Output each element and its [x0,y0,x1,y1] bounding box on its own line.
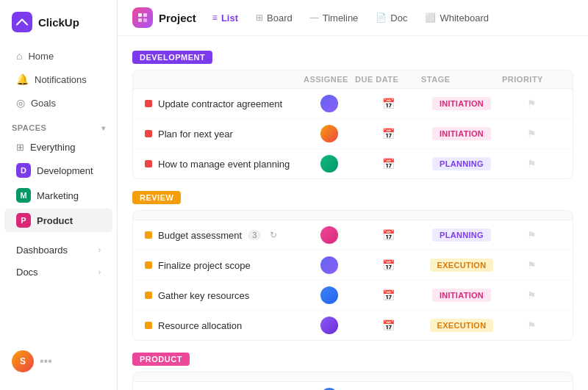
tab-list-label: List [221,12,238,24]
user-avatar-section[interactable]: S ••• [0,342,117,381]
review-table-header [133,211,573,220]
board-tab-icon: ⊞ [256,12,263,23]
assignee-cell [304,256,355,274]
product-badge: PRODUCT [132,353,190,366]
col-priority: PRIORITY [502,75,561,84]
list-tab-icon: ≡ [212,12,218,23]
stage-badge: INITIATION [432,289,491,302]
svg-rect-2 [143,13,147,17]
svg-rect-1 [138,13,142,17]
sidebar-item-home[interactable]: ⌂ Home [4,45,112,67]
review-badge: REVIEW [132,191,181,204]
tab-board[interactable]: ⊞ Board [248,9,300,27]
spaces-chevron-icon: ▾ [101,124,106,132]
table-row[interactable]: Budget assessment 3 ↻ 📅 PLANNING ⚑ [133,220,573,250]
tab-doc[interactable]: 📄 Doc [368,9,415,27]
table-row[interactable]: Plan for next year 📅 INITIATION ⚑ [133,119,573,149]
sidebar-item-everything[interactable]: ⊞ Everything [4,137,112,157]
task-color-indicator [145,130,152,137]
task-name: Finalize project scope [158,260,251,271]
spaces-section-header: Spaces ▾ [0,115,117,137]
stage-cell: EXECUTION [421,259,502,272]
tab-timeline[interactable]: — Timeline [303,9,366,27]
product-table-header [133,372,573,382]
development-badge: DEVELOPMENT [132,51,212,64]
avatar [320,286,338,304]
development-table-header: ASSIGNEE DUE DATE STAGE PRIORITY [133,71,573,89]
project-icon [132,7,153,28]
sidebar-item-docs[interactable]: Docs › [4,261,112,283]
sidebar: ClickUp ⌂ Home 🔔 Notifications ◎ Goals S… [0,0,118,390]
task-name-cell: Gather key resources [145,290,304,301]
priority-cell: ⚑ [502,229,561,241]
svg-rect-3 [138,18,142,22]
priority-cell: ⚑ [502,289,561,301]
stage-cell: INITIATION [421,289,502,302]
development-group-header: DEVELOPMENT [132,51,573,64]
priority-icon: ⚑ [527,319,537,331]
dev-label: Development [37,165,93,176]
sidebar-item-dashboards[interactable]: Dashboards › [4,239,112,261]
assignee-cell [304,226,355,244]
everything-label: Everything [30,142,75,153]
table-row[interactable]: New contractor agreement 📅 PLANNING ⚑ [133,382,573,390]
bell-icon: 🔔 [16,73,29,85]
home-label: Home [28,51,54,62]
calendar-icon: 📅 [382,128,395,140]
due-date-cell: 📅 [355,128,421,140]
mkt-label: Marketing [37,190,79,201]
table-row[interactable]: Resource allocation 📅 EXECUTION ⚑ [133,311,573,340]
prod-space-dot: P [16,213,31,228]
calendar-icon: 📅 [382,158,395,170]
col-task [145,75,304,84]
stage-badge: INITIATION [432,127,491,140]
whiteboard-tab-icon: ⬜ [425,12,436,23]
priority-cell: ⚑ [502,319,561,331]
main-content: Project ≡ List ⊞ Board — Timeline 📄 Doc … [118,0,588,390]
col-due-date: DUE DATE [355,75,421,84]
col-stage: STAGE [421,75,502,84]
stage-badge: EXECUTION [430,319,494,332]
table-row[interactable]: Finalize project scope 📅 EXECUTION ⚑ [133,250,573,281]
table-row[interactable]: How to manage event planning 📅 PLANNING … [133,149,573,178]
goals-icon: ◎ [16,97,25,109]
top-navigation: Project ≡ List ⊞ Board — Timeline 📄 Doc … [118,0,588,36]
stage-cell: PLANNING [421,228,502,242]
timeline-tab-icon: — [310,12,319,23]
priority-icon: ⚑ [527,128,537,140]
svg-rect-4 [143,18,147,22]
sidebar-item-notifications[interactable]: 🔔 Notifications [4,68,112,90]
review-table: Budget assessment 3 ↻ 📅 PLANNING ⚑ [132,210,573,341]
goals-label: Goals [31,98,56,109]
task-name-cell: Budget assessment 3 ↻ [145,230,304,241]
table-row[interactable]: Update contractor agreement 📅 INITIATION… [133,89,573,119]
priority-cell: ⚑ [502,128,561,140]
avatar [320,317,338,334]
notifications-label: Notifications [35,74,87,85]
sidebar-item-goals[interactable]: ◎ Goals [4,92,112,114]
product-table: New contractor agreement 📅 PLANNING ⚑ [132,372,573,390]
tab-whiteboard[interactable]: ⬜ Whiteboard [417,9,495,27]
tab-list[interactable]: ≡ List [205,9,245,27]
sidebar-item-marketing[interactable]: M Marketing [4,184,112,207]
avatar [320,95,338,112]
tab-doc-label: Doc [390,12,407,24]
task-color-indicator [145,231,152,239]
project-title: Project [159,12,196,24]
due-date-cell: 📅 [355,289,421,301]
calendar-icon: 📅 [382,289,395,301]
calendar-icon: 📅 [382,98,395,109]
tab-board-label: Board [267,12,293,24]
due-date-cell: 📅 [355,229,421,241]
priority-cell: ⚑ [502,259,561,271]
review-group-header: REVIEW [132,191,573,204]
grid-icon: ⊞ [16,142,24,153]
mkt-space-dot: M [16,188,31,203]
stage-badge: EXECUTION [430,259,494,272]
task-name-cell: Update contractor agreement [145,98,304,109]
avatar [320,226,338,244]
sidebar-item-product[interactable]: P Product [4,209,112,232]
table-row[interactable]: Gather key resources 📅 INITIATION ⚑ [133,281,573,311]
avatar [320,125,338,142]
sidebar-item-development[interactable]: D Development [4,159,112,182]
